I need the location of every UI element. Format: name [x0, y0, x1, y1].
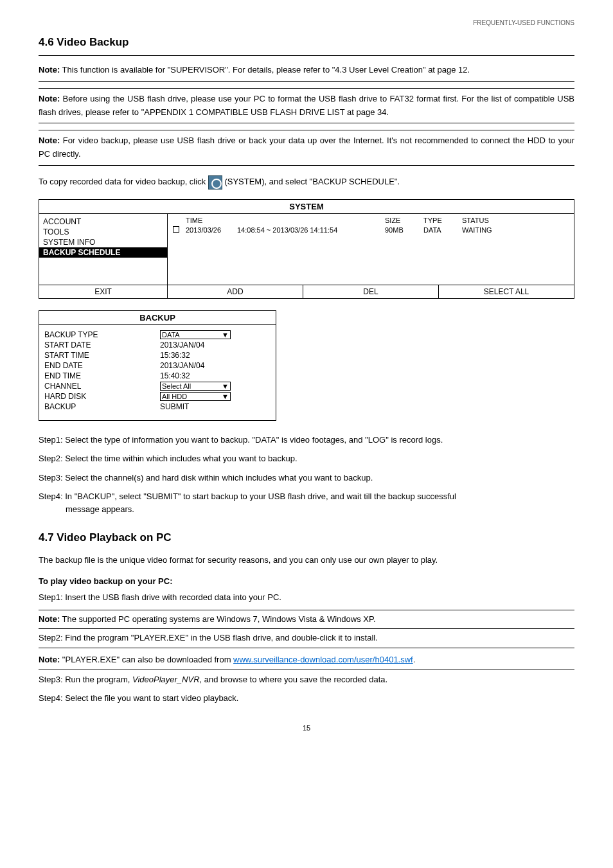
- schedule-row[interactable]: 2013/03/26 14:08:54 ~ 2013/03/26 14:11:5…: [173, 226, 569, 234]
- channel-label: CHANNEL: [44, 382, 160, 391]
- step-3: Step3: Select the channel(s) and hard di…: [39, 472, 574, 484]
- step-4: Step4: In "BACKUP", select "SUBMIT" to s…: [39, 490, 574, 515]
- note-1: Note: This function is available for "SU…: [39, 55, 574, 82]
- note-47-1-label: Note:: [39, 614, 60, 624]
- col-size-header: SIZE: [385, 217, 423, 224]
- system-icon: [208, 175, 222, 190]
- system-panel-title: SYSTEM: [39, 200, 574, 214]
- intro-text: To copy recorded data for video backup, …: [39, 175, 574, 190]
- download-link[interactable]: www.surveillance-download.com/user/h0401…: [233, 655, 413, 664]
- row-status: WAITING: [462, 226, 507, 234]
- page-header-right: FREQUENTLY-USED FUNCTIONS: [39, 19, 574, 26]
- end-time-label: END TIME: [44, 371, 160, 380]
- note-3-text: For video backup, please use USB flash d…: [39, 136, 574, 159]
- system-sidebar: ACCOUNT TOOLS SYSTEM INFO BACKUP SCHEDUL…: [39, 214, 168, 285]
- step-2: Step2: Select the time within which incl…: [39, 452, 574, 465]
- row-time: 2013/03/26: [186, 226, 237, 234]
- chevron-down-icon: ▼: [222, 382, 229, 390]
- backup-type-dropdown[interactable]: DATA▼: [160, 330, 231, 339]
- start-date-value: 2013/JAN/04: [160, 341, 271, 350]
- note-1-label: Note:: [39, 65, 60, 75]
- intro-a: To copy recorded data for video backup, …: [39, 177, 208, 186]
- backup-panel-title: BACKUP: [39, 311, 276, 325]
- section-4-6-title: 4.6 Video Backup: [39, 36, 574, 49]
- note-3-label: Note:: [39, 136, 60, 145]
- section-4-7-title: 4.7 Video Playback on PC: [39, 531, 574, 544]
- system-main: TIME SIZE TYPE STATUS 2013/03/26 14:08:5…: [168, 214, 574, 285]
- note-47-2: Note: "PLAYER.EXE" can also be downloade…: [39, 651, 574, 669]
- row-range: 14:08:54 ~ 2013/03/26 14:11:54: [237, 226, 385, 234]
- section-4-7-intro: The backup file is the unique video form…: [39, 554, 574, 567]
- sidebar-item-account[interactable]: ACCOUNT: [39, 217, 167, 227]
- hard-disk-label: HARD DISK: [44, 392, 160, 401]
- col-status-header: STATUS: [462, 217, 507, 224]
- col-time-header: TIME: [186, 217, 237, 224]
- backup-submit[interactable]: SUBMIT: [160, 402, 271, 411]
- del-button[interactable]: DEL: [303, 285, 439, 298]
- hard-disk-dropdown[interactable]: All HDD▼: [160, 392, 231, 401]
- intro-b: (SYSTEM), and select "BACKUP SCHEDULE".: [224, 177, 400, 186]
- chevron-down-icon: ▼: [222, 331, 229, 339]
- backup-label-row: BACKUP: [44, 402, 160, 411]
- note-2-label: Note:: [39, 94, 60, 103]
- note-2-text: Before using the USB flash drive, please…: [39, 94, 574, 117]
- note-1-text: This function is available for "SUPERVIS…: [62, 65, 470, 75]
- chevron-down-icon: ▼: [222, 393, 229, 400]
- note-47-2-label: Note:: [39, 655, 60, 664]
- start-date-label: START DATE: [44, 341, 160, 350]
- end-date-value: 2013/JAN/04: [160, 361, 271, 370]
- sidebar-item-backup-schedule[interactable]: BACKUP SCHEDULE: [39, 247, 167, 258]
- select-all-button[interactable]: SELECT ALL: [439, 285, 574, 298]
- col-type-header: TYPE: [423, 217, 462, 224]
- exit-button[interactable]: EXIT: [39, 285, 168, 298]
- note-47-1: Note: The supported PC operating systems…: [39, 610, 574, 629]
- sidebar-item-tools[interactable]: TOOLS: [39, 227, 167, 237]
- note-47-2-text-a: "PLAYER.EXE" can also be downloaded from: [62, 655, 233, 664]
- backup-panel: BACKUP BACKUP TYPE DATA▼ START DATE 2013…: [39, 310, 276, 421]
- row-size: 90MB: [385, 226, 423, 234]
- start-time-value: 15:36:32: [160, 351, 271, 360]
- note-47-1-text: The supported PC operating systems are W…: [62, 614, 376, 624]
- end-time-value: 15:40:32: [160, 371, 271, 380]
- start-time-label: START TIME: [44, 351, 160, 360]
- play-backup-subhead: To play video backup on your PC:: [39, 576, 574, 586]
- note-3: Note: For video backup, please use USB f…: [39, 130, 574, 166]
- channel-dropdown[interactable]: Select All▼: [160, 382, 231, 391]
- page-number: 15: [39, 724, 574, 732]
- sidebar-item-system-info[interactable]: SYSTEM INFO: [39, 237, 167, 247]
- row-checkbox[interactable]: [173, 226, 179, 233]
- step47-4: Step4: Select the file you want to start…: [39, 692, 574, 705]
- backup-type-label: BACKUP TYPE: [44, 330, 160, 339]
- system-panel: SYSTEM ACCOUNT TOOLS SYSTEM INFO BACKUP …: [39, 199, 574, 299]
- step47-3: Step3: Run the program, VideoPlayer_NVR,…: [39, 673, 574, 686]
- step-1: Step1: Select the type of information yo…: [39, 434, 574, 447]
- row-type: DATA: [423, 226, 462, 234]
- add-button[interactable]: ADD: [168, 285, 303, 298]
- step47-2: Step2: Find the program "PLAYER.EXE" in …: [39, 632, 574, 649]
- step47-1: Step1: Insert the USB flash drive with r…: [39, 591, 574, 604]
- end-date-label: END DATE: [44, 361, 160, 370]
- note-47-2-text-b: .: [413, 655, 416, 664]
- note-2: Note: Before using the USB flash drive, …: [39, 88, 574, 124]
